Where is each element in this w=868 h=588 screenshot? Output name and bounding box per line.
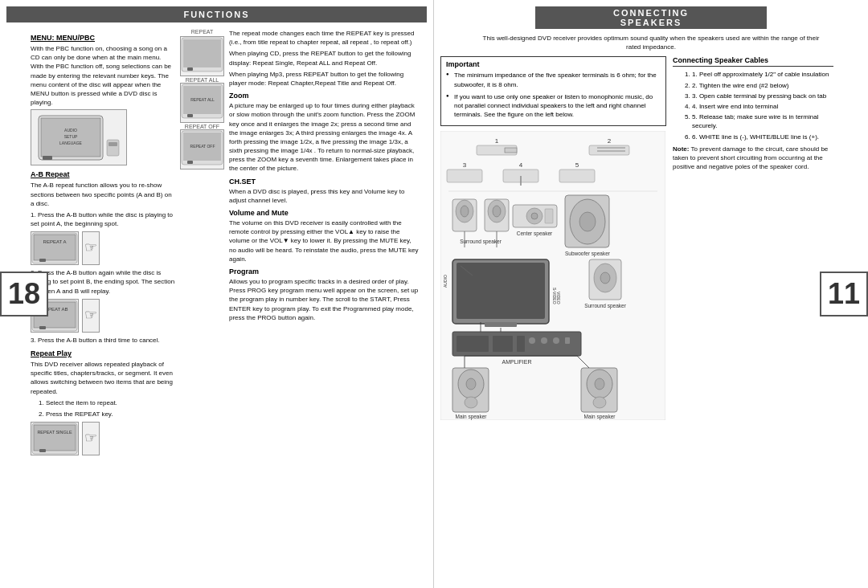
svg-text:2: 2: [608, 137, 612, 145]
connecting-heading: Connecting Speaker Cables: [673, 56, 833, 67]
svg-text:Main speaker: Main speaker: [455, 414, 487, 420]
volume-heading: Volume and Mute: [229, 209, 419, 217]
svg-text:5: 5: [575, 161, 579, 169]
svg-text:4: 4: [519, 161, 523, 169]
ab-diagram-1: REPEAT A: [31, 231, 79, 265]
svg-point-98: [593, 397, 606, 408]
chset-text: When a DVD disc is played, press this ke…: [229, 187, 419, 205]
mp3-repeat-text: When playing Mp3, press REPEAT button to…: [229, 70, 419, 88]
repeat-tv-3: REPEAT OFF: [180, 129, 224, 169]
svg-text:☞: ☞: [84, 239, 97, 255]
svg-point-55: [493, 206, 501, 217]
svg-text:☞: ☞: [84, 307, 97, 323]
menu-heading: MENU: MENU/PBC: [31, 34, 175, 42]
page-number-11: 11: [820, 272, 868, 316]
svg-point-58: [531, 213, 538, 219]
note-label: Note:: [673, 145, 689, 153]
note-text: To prevent damage to the circuit, care s…: [673, 145, 828, 170]
repeat-all-label: REPEAT ALL: [180, 77, 224, 83]
ab-repeat-step1: 1. Press the A-B button while the disc i…: [31, 210, 175, 228]
svg-text:SETUP: SETUP: [64, 134, 78, 139]
ab-repeat-step3: 3. Press the A-B button a third time to …: [31, 336, 175, 345]
svg-text:Surround speaker: Surround speaker: [584, 303, 627, 309]
menu-tv-svg: AUDIO SETUP LANGUAGE: [35, 112, 123, 164]
repeat-diagrams-top: REPEAT REPEAT ALL: [180, 29, 419, 325]
svg-point-52: [461, 206, 469, 217]
svg-rect-21: [39, 449, 46, 452]
cd-repeat-text: When playing CD, press the REPEAT button…: [229, 49, 419, 67]
svg-rect-69: [457, 263, 545, 319]
note-box: Note: To prevent damage to the circuit, …: [673, 145, 833, 172]
svg-point-97: [595, 378, 604, 390]
left-text-column: MENU: MENU/PBC With the PBC function on,…: [31, 29, 175, 459]
intro-text: This well-designed DVD receiver provides…: [440, 34, 862, 51]
svg-rect-24: [183, 39, 221, 67]
hand-icon-2: ☞: [82, 299, 100, 333]
svg-rect-19: [34, 425, 76, 451]
header-line2: SPEAKERS: [620, 18, 682, 27]
svg-rect-59: [545, 209, 553, 223]
svg-text:LANGUAGE: LANGUAGE: [59, 141, 82, 145]
speaker-diagram-area: 1 2 3 4 5: [440, 131, 666, 423]
right-text-column: REPEAT REPEAT ALL: [180, 29, 419, 459]
repeat-single-row: REPEAT SINGLE ☞: [31, 422, 175, 455]
svg-rect-80: [541, 337, 547, 344]
svg-text:1: 1: [495, 137, 499, 145]
svg-text:Main speaker: Main speaker: [583, 414, 616, 420]
repeat-single-diagram: REPEAT SINGLE: [31, 422, 79, 455]
program-text: Allows you to program specific tracks in…: [229, 277, 419, 322]
svg-rect-11: [39, 259, 46, 262]
menu-diagram: AUDIO SETUP LANGUAGE: [31, 109, 127, 165]
svg-point-62: [579, 212, 596, 231]
svg-rect-9: [34, 235, 76, 260]
important-box: Important The minimum impedance of the f…: [440, 56, 666, 126]
repeat-tv-2: REPEAT ALL: [180, 83, 224, 123]
svg-text:AUDIO: AUDIO: [443, 275, 448, 288]
svg-text:☞: ☞: [84, 430, 97, 446]
ab-repeat-step2: 2. Press the A-B button again while the …: [31, 268, 175, 296]
zoom-text: A picture may be enlarged up to four tim…: [229, 101, 419, 174]
svg-text:REPEAT OFF: REPEAT OFF: [190, 144, 215, 149]
hand-icon-3: ☞: [82, 422, 100, 455]
svg-text:AMPLIFIER: AMPLIFIER: [502, 359, 532, 365]
ab-diagram-row2: REPEAT AB ☞: [31, 299, 175, 333]
svg-rect-38: [505, 148, 517, 153]
svg-rect-82: [565, 337, 570, 344]
bullet-2: If you want to use only one speaker or l…: [446, 92, 661, 120]
step-2: 2. Tighten the wire end (#2 below): [692, 81, 833, 90]
program-heading: Program: [229, 267, 419, 276]
svg-point-92: [466, 378, 476, 390]
page-number-18: 18: [0, 272, 48, 316]
svg-text:Surround speaker: Surround speaker: [460, 239, 502, 245]
connecting-cables-col: Connecting Speaker Cables 1. Peel off ap…: [673, 56, 833, 423]
svg-text:3: 3: [463, 161, 467, 169]
step-6: 6. WHITE line is (-), WHITE/BLUE line is…: [692, 133, 833, 141]
svg-rect-16: [39, 326, 46, 329]
repeat-off-label: REPEAT OFF: [180, 124, 224, 129]
svg-rect-70: [485, 322, 517, 327]
left-right-col: Important The minimum impedance of the f…: [440, 56, 666, 423]
svg-rect-77: [493, 336, 513, 352]
svg-rect-81: [553, 337, 559, 344]
repeat-mode-text: The repeat mode changes each time the RE…: [229, 29, 419, 47]
ab-diagram-row1: REPEAT A ☞: [31, 231, 175, 265]
svg-rect-45: [447, 169, 482, 182]
step-3: 3. Open cable terminal by pressing back …: [692, 92, 833, 100]
repeat-icon-area: REPEAT REPEAT ALL: [180, 29, 224, 325]
volume-text: The volume on this DVD receiver is easil…: [229, 218, 419, 263]
left-panel: 18 FUNCTIONS MENU: MENU/PBC With the PBC…: [0, 0, 434, 588]
repeat-play-heading: Repeat Play: [31, 349, 175, 357]
svg-text:REPEAT SINGLE: REPEAT SINGLE: [37, 430, 72, 435]
functions-header: FUNCTIONS: [6, 6, 427, 22]
svg-text:AUDIO: AUDIO: [64, 128, 77, 133]
step-1: 1. Peel off approximately 1/2" of cable …: [692, 70, 833, 79]
ab-repeat-heading: A-B Repeat: [31, 170, 175, 178]
svg-rect-39: [589, 145, 629, 155]
connecting-speakers-header: CONNECTING SPEAKERS: [535, 6, 767, 29]
repeat-mode-text-area: The repeat mode changes each time the RE…: [229, 29, 419, 325]
step-4: 4. Insert wire end into terminal: [692, 102, 833, 111]
repeat-label: REPEAT: [180, 29, 224, 35]
speaker-diagram-svg: 1 2 3 4 5: [440, 131, 665, 420]
chset-heading: CH.SET: [229, 178, 419, 186]
bullet-1: The minimum impedance of the five speake…: [446, 71, 661, 88]
